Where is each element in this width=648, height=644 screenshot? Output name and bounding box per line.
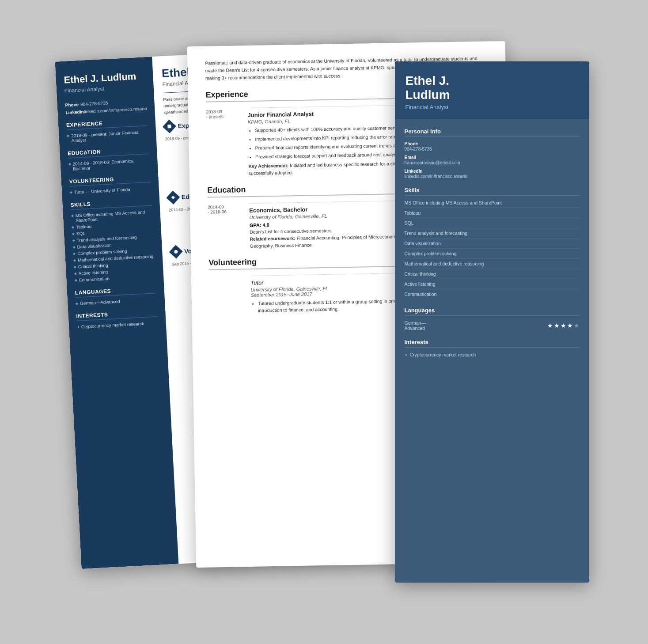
skill-item-2: Tableau bbox=[405, 210, 580, 218]
skill-item-7: Mathematical and deductive reasoning bbox=[405, 261, 580, 269]
star-1: ★ bbox=[547, 322, 553, 329]
skill-item-8: Critical thinking bbox=[405, 271, 580, 279]
skills-section: Skills MS Office including MS Access and… bbox=[405, 187, 580, 299]
linkedin-contact: LinkedIn linkedin.com/in/francisco.rosar… bbox=[65, 106, 147, 115]
personal-info-title: Personal Info bbox=[405, 128, 580, 137]
personal-info-section: Personal Info Phone 904-278-5735 Email f… bbox=[405, 128, 580, 179]
star-4: ★ bbox=[567, 322, 573, 329]
star-2: ★ bbox=[554, 322, 560, 329]
linkedin-label: LinkedIn bbox=[405, 169, 580, 174]
phone-label: Phone bbox=[405, 141, 580, 146]
star-3: ★ bbox=[561, 322, 566, 329]
sidebar-edu-item: 2014-09 - 2018-06: Economics, Bachelor bbox=[68, 158, 150, 172]
skills-title: Skills bbox=[405, 187, 580, 196]
interests-title: Interests bbox=[405, 339, 580, 348]
mid-edu-date-1: 2014-09- 2018-06 bbox=[207, 203, 243, 250]
resume-front: Ethel J. Ludlum Financial Analyst Person… bbox=[395, 61, 589, 583]
front-name: Ethel J. Ludlum bbox=[405, 74, 579, 102]
resume-scene: Ethel J. Ludlum Financial Analyst Phone … bbox=[59, 35, 589, 609]
sidebar-exp-item: 2018-09 - present: Junior Financial Anal… bbox=[67, 129, 148, 144]
skill-item-4: Trend analysis and forecasting bbox=[405, 231, 580, 239]
phone-value: 904-278-5735 bbox=[405, 147, 580, 152]
email-label: Email bbox=[405, 155, 580, 160]
star-5: ★ bbox=[574, 322, 580, 329]
sidebar-education-title: Education bbox=[67, 146, 149, 159]
email-value: franciscorosario@email.com bbox=[405, 160, 580, 165]
sidebar-skills-title: Skills bbox=[70, 198, 152, 210]
front-body: Personal Info Phone 904-278-5735 Email f… bbox=[395, 119, 589, 583]
skill-item-9: Active listening bbox=[405, 281, 580, 289]
svg-marker-1 bbox=[171, 195, 174, 199]
sidebar-experience-title: Experience bbox=[66, 118, 148, 130]
mid-job-date-1: 2018-09- present bbox=[206, 108, 243, 178]
interests-section: Interests Cryptocurrency market research bbox=[405, 339, 580, 357]
sidebar-interest-item: Cryptocurrency market research bbox=[76, 321, 158, 330]
lang-row-1: German—Advanced ★ ★ ★ ★ ★ bbox=[405, 320, 580, 331]
sidebar-name: Ethel J. Ludlum bbox=[63, 70, 145, 86]
svg-point-2 bbox=[174, 250, 178, 254]
volunteering-icon bbox=[169, 245, 182, 259]
languages-section: Languages German—Advanced ★ ★ ★ ★ ★ bbox=[405, 307, 580, 331]
sidebar-vol-item: Tutor — University of Florida bbox=[69, 186, 151, 195]
lang-stars-1: ★ ★ ★ ★ ★ bbox=[547, 322, 580, 329]
sidebar-interests-title: Interests bbox=[76, 309, 158, 322]
skill-item-3: SQL bbox=[405, 220, 580, 228]
skill-item-10: Communication bbox=[405, 292, 580, 299]
sidebar-languages-title: Languages bbox=[75, 286, 156, 298]
experience-icon bbox=[162, 120, 176, 133]
languages-title: Languages bbox=[405, 307, 580, 316]
lang-name-1: German—Advanced bbox=[405, 320, 426, 331]
skill-item-6: Complex problem solving bbox=[405, 251, 580, 259]
education-icon bbox=[166, 190, 180, 204]
skill-item-5: Data visualization bbox=[405, 241, 580, 249]
svg-rect-0 bbox=[167, 125, 171, 128]
front-title: Financial Analyst bbox=[405, 104, 579, 110]
interest-item-1: Cryptocurrency market research bbox=[405, 352, 580, 357]
skill-item-1: MS Office including MS Access and ShareP… bbox=[405, 200, 580, 208]
sidebar-volunteering-title: Volunteering bbox=[69, 174, 151, 187]
front-header: Ethel J. Ludlum Financial Analyst bbox=[395, 61, 589, 119]
sidebar-lang-item: German—Advanced bbox=[75, 297, 156, 307]
linkedin-value: linkedin.com/in/francisco.rosario bbox=[405, 174, 580, 179]
mid-vol-date-1 bbox=[208, 276, 245, 317]
